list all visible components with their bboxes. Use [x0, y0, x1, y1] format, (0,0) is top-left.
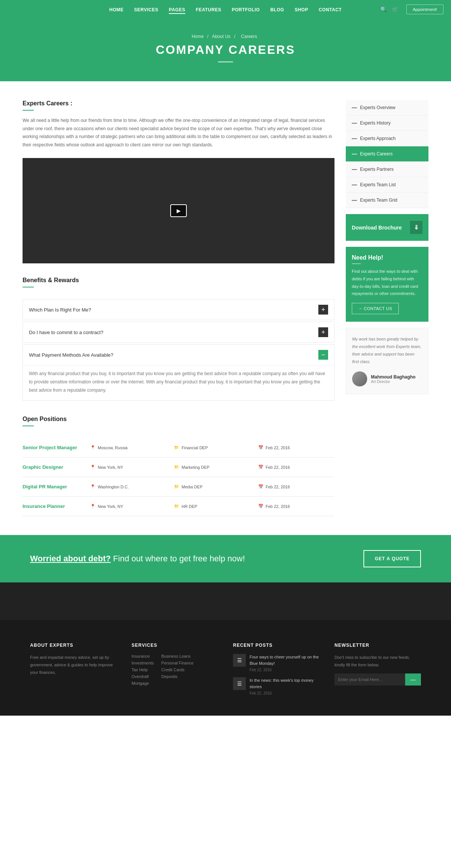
- footer-recent-posts: RECENT POSTS ☰ Four ways to cheer yourse…: [233, 643, 319, 701]
- post-info-1: Four ways to cheer yourself up on the Bl…: [250, 654, 319, 672]
- recent-post-2: ☰ In the news: this week's top money sto…: [233, 677, 319, 695]
- position-meta-dept-4: 📁 HR DEP: [174, 504, 250, 509]
- date-icon-1: 📅: [258, 445, 263, 450]
- position-date-2: Feb 22, 2016: [266, 465, 290, 470]
- footer-service-mortgage[interactable]: Mortgage: [132, 681, 149, 686]
- dash-icon: —: [352, 151, 357, 157]
- breadcrumb-current: Careers: [241, 34, 257, 39]
- accordion-item-3: What Payment Methods Are Available? − Wi…: [23, 344, 334, 401]
- contact-us-button[interactable]: → CONTACT US: [352, 303, 399, 314]
- position-location-3: Washington D.C.: [98, 485, 129, 489]
- accordion-content-3: With any financial product that you buy,…: [23, 365, 334, 400]
- position-dept-4: HR DEP: [182, 504, 197, 509]
- position-row-1: Senior Project Manager 📍 Moscow, Russia …: [23, 438, 334, 458]
- sidebar-item-overview[interactable]: — Experts Overview: [346, 100, 428, 116]
- download-brochure-button[interactable]: Download Brochure ⇓: [346, 214, 428, 241]
- open-positions: Open Positions Senior Project Manager 📍 …: [23, 416, 334, 516]
- footer-service-overdraft[interactable]: Overdraft: [132, 674, 149, 679]
- breadcrumb-separator: /: [207, 34, 210, 39]
- breadcrumb-home[interactable]: Home: [192, 34, 204, 39]
- position-title-1[interactable]: Senior Project Manager: [23, 445, 83, 450]
- footer-services-cols: Insurance Investments Tax Help Overdraft…: [132, 654, 218, 688]
- footer-service-investments[interactable]: Investments: [132, 661, 154, 665]
- position-meta-location-4: 📍 New York, NY: [90, 504, 166, 509]
- footer-service-personal-finance[interactable]: Personal Finance: [161, 661, 194, 665]
- newsletter-submit-button[interactable]: —: [405, 673, 421, 686]
- cta-text: Worried about debt? Find out where to ge…: [30, 554, 245, 564]
- footer-service-tax[interactable]: Tax Help: [132, 667, 148, 672]
- nav-shop[interactable]: SHOP: [295, 7, 308, 12]
- nav-features[interactable]: FEATURES: [196, 7, 221, 12]
- nav-icon-group: 🔍 🛒: [380, 6, 398, 12]
- sidebar-item-careers[interactable]: — Experts Careers: [346, 146, 428, 162]
- play-icon[interactable]: [170, 204, 187, 217]
- video-placeholder[interactable]: [23, 158, 334, 263]
- position-dept-3: Media DEP: [182, 485, 203, 489]
- cart-icon[interactable]: 🛒: [392, 6, 398, 12]
- need-help-text: Find out about the ways to deal with deb…: [352, 268, 422, 298]
- accordion-header-1[interactable]: Which Plan Is Right For Me? +: [23, 299, 334, 320]
- get-quote-button[interactable]: GET A QUOTE: [363, 550, 421, 567]
- footer-newsletter-title: NEWSLETTER: [334, 643, 421, 648]
- accordion-item-1: Which Plan Is Right For Me? +: [23, 299, 334, 320]
- footer-services-list-1: Insurance Investments Tax Help Overdraft…: [132, 654, 154, 688]
- sidebar-menu: — Experts Overview — Experts History — E…: [346, 100, 428, 208]
- sidebar-item-team-grid[interactable]: — Experts Team Grid: [346, 193, 428, 208]
- position-row-3: Digital PR Manager 📍 Washington D.C. 📁 M…: [23, 477, 334, 497]
- dept-icon-1: 📁: [174, 445, 179, 450]
- position-location-2: New York, NY: [98, 465, 123, 470]
- date-icon-2: 📅: [258, 465, 263, 470]
- avatar: [352, 371, 367, 386]
- sidebar-item-team-list[interactable]: — Experts Team List: [346, 177, 428, 193]
- dept-icon-3: 📁: [174, 484, 179, 489]
- footer-service-deposits[interactable]: Deposits: [161, 674, 177, 679]
- position-date-4: Feb 22, 2016: [266, 504, 290, 509]
- accordion-header-2[interactable]: Do I have to commit to a contract? +: [23, 322, 334, 342]
- sidebar-item-history[interactable]: — Experts History: [346, 116, 428, 131]
- position-title-4[interactable]: Insurance Planner: [23, 503, 83, 509]
- post-date-2: Feb 22, 2016: [250, 691, 319, 695]
- footer-service-insurance[interactable]: Insurance: [132, 654, 150, 658]
- sidebar-item-label-careers: Experts Careers: [360, 151, 393, 157]
- location-icon-1: 📍: [90, 445, 95, 450]
- nav-pages[interactable]: PAGES: [169, 7, 185, 14]
- breadcrumb-separator2: /: [234, 34, 237, 39]
- nav-contact[interactable]: CONTACT: [319, 7, 342, 12]
- accordion-toggle-1[interactable]: +: [318, 305, 328, 315]
- footer-services-title: SERVICES: [132, 643, 218, 648]
- post-image-icon-2: ☰: [237, 681, 242, 687]
- footer-columns: ABOUT EXPERTS Free and impartial money a…: [30, 643, 421, 701]
- footer-about-title: ABOUT EXPERTS: [30, 643, 117, 648]
- section-title: Experts Careers :: [23, 100, 334, 107]
- sidebar-item-partners[interactable]: — Experts Partners: [346, 162, 428, 177]
- nav-portfolio[interactable]: PORTFOLIO: [232, 7, 260, 12]
- sidebar-item-label-overview: Experts Overview: [360, 105, 395, 110]
- footer-newsletter: NEWSLETTER Don't miss to subscribe to ou…: [334, 643, 421, 701]
- breadcrumb-about[interactable]: About Us: [212, 34, 230, 39]
- sidebar-item-label-team-grid: Experts Team Grid: [360, 198, 397, 203]
- location-icon-2: 📍: [90, 465, 95, 470]
- sidebar-item-approach[interactable]: — Experts Approach: [346, 131, 428, 146]
- newsletter-form: —: [334, 673, 421, 686]
- nav-home[interactable]: HOME: [109, 7, 124, 12]
- date-icon-4: 📅: [258, 504, 263, 509]
- nav-services[interactable]: SERVICES: [134, 7, 158, 12]
- accordion-toggle-3[interactable]: −: [318, 350, 328, 360]
- search-icon[interactable]: 🔍: [380, 6, 387, 12]
- nav-blog[interactable]: BLOG: [270, 7, 284, 12]
- accordion-toggle-2[interactable]: +: [318, 327, 328, 337]
- footer-service-business-loans[interactable]: Business Loans: [161, 654, 191, 658]
- date-icon-3: 📅: [258, 484, 263, 489]
- cta-link[interactable]: Worried about debt?: [30, 554, 111, 563]
- position-title-2[interactable]: Graphic Designer: [23, 464, 83, 470]
- location-icon-3: 📍: [90, 484, 95, 489]
- position-meta-date-2: 📅 Feb 22, 2016: [258, 465, 334, 470]
- recent-post-1: ☰ Four ways to cheer yourself up on the …: [233, 654, 319, 672]
- appointment-button[interactable]: Appointment!: [406, 5, 443, 14]
- footer-service-credit-cards[interactable]: Credit Cards: [161, 667, 185, 672]
- open-positions-title: Open Positions: [23, 416, 334, 423]
- position-title-3[interactable]: Digital PR Manager: [23, 484, 83, 489]
- newsletter-email-input[interactable]: [334, 673, 405, 686]
- accordion-header-3[interactable]: What Payment Methods Are Available? −: [23, 345, 334, 365]
- footer: ABOUT EXPERTS Free and impartial money a…: [0, 620, 451, 716]
